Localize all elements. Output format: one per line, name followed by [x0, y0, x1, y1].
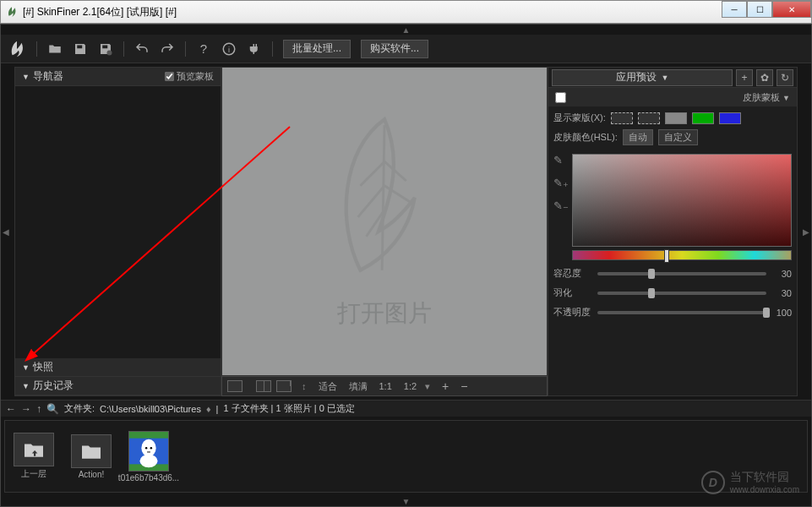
nav-forward-icon[interactable]: → [21, 403, 31, 415]
color-picker[interactable] [572, 154, 792, 247]
thumb-up-folder[interactable]: 上一层 [8, 433, 59, 480]
left-panel: ▼导航器 预览蒙板 ▼快照 ▼历史记录 [14, 67, 221, 396]
tolerance-value: 30 [771, 269, 792, 279]
nav-back-icon[interactable]: ← [6, 403, 16, 415]
opacity-value: 100 [771, 308, 792, 318]
snapshot-label: 快照 [33, 361, 53, 373]
skin-mask-header[interactable]: 皮肤蒙板 ▼ [548, 88, 797, 106]
center-panel: 打开图片 ↕ 适合 填满 1:1 1:2 ▾ + − [221, 67, 548, 396]
help-icon[interactable]: ? [196, 41, 211, 57]
canvas-toolbar: ↕ 适合 填满 1:1 1:2 ▾ + − [221, 376, 548, 396]
open-image-label: 打开图片 [337, 297, 432, 330]
svg-text:i: i [228, 45, 230, 53]
main-toolbar: ? i 批量处理... 购买软件... [1, 35, 811, 63]
nav-up-icon[interactable]: ↑ [36, 403, 41, 415]
logo-icon [8, 40, 26, 58]
svg-rect-5 [129, 432, 168, 439]
skin-mask-toggle[interactable] [555, 92, 566, 103]
feather-label: 羽化 [553, 286, 592, 299]
zoom-fit-button[interactable]: 适合 [319, 380, 337, 393]
navigator-header[interactable]: ▼导航器 预览蒙板 [15, 68, 221, 86]
info-icon[interactable]: i [221, 41, 237, 57]
open-folder-icon[interactable] [47, 41, 63, 57]
tolerance-slider[interactable] [597, 272, 766, 275]
save-icon[interactable] [73, 41, 88, 57]
zoom-1-1-button[interactable]: 1:1 [379, 381, 392, 391]
tolerance-label: 容忍度 [553, 267, 592, 280]
thumb-image[interactable]: t01e6b7b43d6... [123, 431, 174, 482]
zoom-fill-button[interactable]: 填满 [349, 380, 368, 393]
zoom-in-button[interactable]: + [442, 379, 449, 393]
preview-mask-checkbox[interactable]: 预览蒙板 [165, 70, 214, 83]
zoom-1-2-button[interactable]: 1:2 [404, 381, 417, 391]
feather-value: 30 [771, 288, 792, 298]
eyedropper-add-icon[interactable]: ✎₊ [553, 177, 567, 189]
save-as-icon[interactable] [98, 41, 113, 57]
hue-slider[interactable] [572, 250, 792, 260]
mode-custom-button[interactable]: 自定义 [658, 129, 698, 145]
path-stats: 1 子文件夹 | 1 张照片 | 0 已选定 [223, 402, 354, 415]
preset-add-button[interactable]: + [736, 69, 753, 86]
svg-point-9 [145, 446, 147, 448]
opacity-label: 不透明度 [553, 306, 592, 319]
thumbnail-strip: 上一层 Action! t01e6b7b43d6... [4, 420, 808, 493]
collapse-left-arrow[interactable]: ◀ [1, 63, 11, 400]
undo-icon[interactable] [134, 41, 150, 57]
redo-icon[interactable] [160, 41, 175, 57]
preset-refresh-button[interactable]: ↻ [777, 69, 793, 86]
window-titlebar: [#] SkinFiner 2.1[64位] [试用版] [#] ─ ☐ ✕ [0, 0, 812, 24]
svg-point-8 [139, 454, 157, 466]
show-mask-label: 显示蒙版(X): [553, 112, 606, 124]
mask-swatch-green[interactable] [692, 112, 714, 124]
plug-icon[interactable] [247, 41, 262, 57]
mask-swatch-dashed[interactable] [638, 112, 660, 124]
nav-search-icon[interactable]: 🔍 [46, 403, 59, 415]
apply-preset-button[interactable]: 应用预设▼ [552, 69, 733, 86]
navigator-body [15, 86, 221, 358]
window-title: [#] SkinFiner 2.1[64位] [试用版] [#] [23, 5, 177, 19]
batch-process-button[interactable]: 批量处理... [283, 40, 351, 58]
mode-auto-button[interactable]: 自动 [623, 129, 653, 145]
svg-point-7 [141, 439, 155, 456]
svg-point-10 [150, 446, 152, 448]
path-bar: ← → ↑ 🔍 文件夹: C:\Users\bkill03\Pictures ♦… [1, 400, 811, 417]
feather-slider[interactable] [597, 292, 766, 295]
eyedropper-sub-icon[interactable]: ✎₋ [553, 199, 567, 212]
app-icon [6, 6, 18, 18]
mask-swatch-blue[interactable] [719, 112, 741, 124]
path-value[interactable]: C:\Users\bkill03\Pictures [100, 404, 201, 414]
history-header[interactable]: ▼历史记录 [15, 377, 221, 395]
view-single-button[interactable] [227, 380, 243, 392]
path-label: 文件夹: [64, 402, 95, 415]
view-split-v-button[interactable] [256, 380, 271, 392]
eyedropper-icon[interactable]: ✎ [553, 154, 567, 166]
navigator-label: 导航器 [33, 70, 63, 82]
close-button[interactable]: ✕ [772, 1, 811, 18]
svg-point-0 [107, 50, 112, 55]
zoom-out-button[interactable]: − [460, 379, 467, 393]
canvas-area[interactable]: 打开图片 [221, 67, 548, 376]
view-split-h-button[interactable] [276, 380, 292, 392]
thumb-folder[interactable]: Action! [66, 434, 117, 479]
skin-color-label: 皮肤颜色(HSL): [553, 131, 618, 144]
right-panel: 应用预设▼ + ✿ ↻ 皮肤蒙板 ▼ 显示蒙版(X): 皮 [548, 67, 798, 396]
collapse-top-arrow[interactable]: ▲ [1, 25, 811, 35]
history-label: 历史记录 [33, 379, 74, 391]
mask-swatch-none[interactable] [611, 112, 633, 124]
snapshot-header[interactable]: ▼快照 [15, 358, 221, 377]
mask-swatch-gray[interactable] [665, 112, 687, 124]
leaf-placeholder-icon [321, 113, 448, 282]
maximize-button[interactable]: ☐ [747, 1, 772, 18]
collapse-right-arrow[interactable]: ▶ [801, 63, 811, 400]
minimize-button[interactable]: ─ [722, 1, 747, 18]
preset-settings-button[interactable]: ✿ [756, 69, 773, 86]
buy-software-button[interactable]: 购买软件... [361, 40, 428, 58]
collapse-bottom-arrow[interactable]: ▼ [1, 496, 811, 506]
opacity-slider[interactable] [597, 311, 766, 314]
